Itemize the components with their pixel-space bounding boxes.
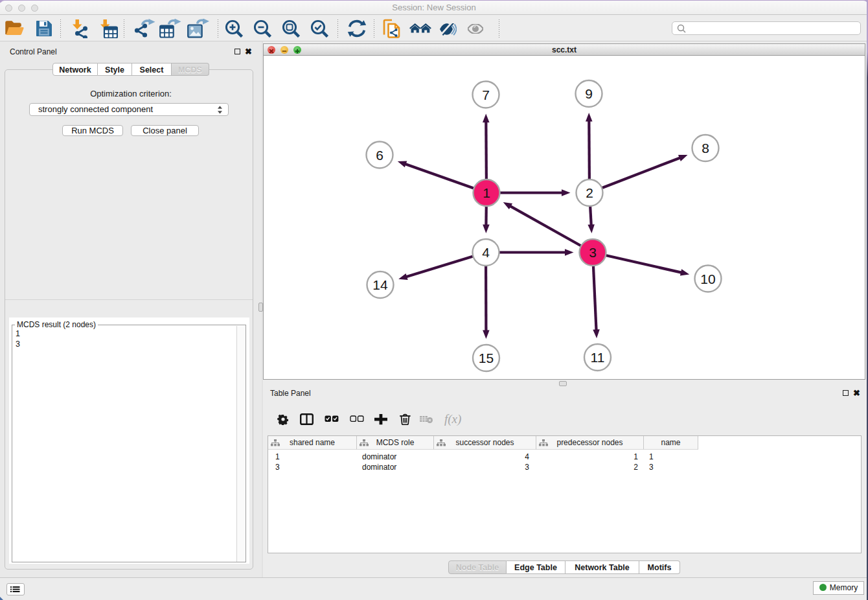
svg-text:2: 2 [586, 185, 593, 200]
svg-text:14: 14 [372, 277, 388, 292]
svg-text:11: 11 [591, 350, 605, 365]
svg-text:15: 15 [479, 351, 494, 365]
svg-text:8: 8 [702, 141, 709, 156]
svg-text:9: 9 [585, 86, 593, 101]
svg-text:4: 4 [482, 245, 490, 260]
svg-text:6: 6 [376, 148, 383, 163]
svg-text:10: 10 [700, 271, 715, 286]
svg-text:7: 7 [482, 87, 490, 102]
svg-text:1: 1 [483, 185, 490, 200]
svg-text:3: 3 [589, 245, 597, 260]
